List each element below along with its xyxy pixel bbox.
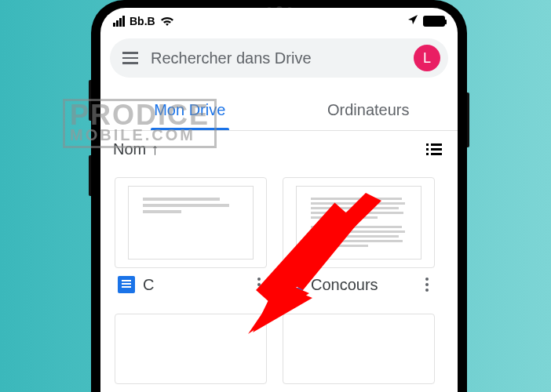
sort-row: Nom ↑ xyxy=(100,131,458,165)
file-thumbnail xyxy=(115,177,267,268)
phone-screen: Bb.B Rechercher dans Drive L Mon Drive O… xyxy=(100,8,458,392)
more-options-icon[interactable] xyxy=(422,274,432,295)
search-bar[interactable]: Rechercher dans Drive L xyxy=(110,38,448,78)
file-thumbnail xyxy=(283,177,435,268)
file-item-placeholder xyxy=(283,314,435,384)
more-options-icon[interactable] xyxy=(254,274,264,295)
sort-direction-icon: ↑ xyxy=(151,140,159,158)
file-name: C xyxy=(143,276,246,294)
wifi-icon xyxy=(160,16,174,27)
file-item-placeholder xyxy=(115,314,267,384)
phone-frame: Bb.B Rechercher dans Drive L Mon Drive O… xyxy=(91,0,467,392)
file-grid: C xyxy=(100,165,458,384)
avatar[interactable]: L xyxy=(414,45,440,71)
battery-icon xyxy=(423,16,445,27)
tab-computers[interactable]: Ordinateurs xyxy=(279,92,458,130)
file-item[interactable]: Concours xyxy=(283,177,435,298)
tab-my-drive[interactable]: Mon Drive xyxy=(100,92,279,130)
phone-side-button xyxy=(89,80,91,121)
sort-field: Nom xyxy=(113,140,146,158)
hamburger-icon[interactable] xyxy=(119,49,141,67)
status-bar: Bb.B xyxy=(100,8,458,31)
signal-icon xyxy=(113,16,125,27)
tabs: Mon Drive Ordinateurs xyxy=(100,92,458,131)
file-name: Concours xyxy=(311,276,414,294)
view-toggle-icon[interactable] xyxy=(423,140,445,158)
phone-power-button xyxy=(467,93,469,147)
docs-icon xyxy=(118,276,135,293)
file-item[interactable]: C xyxy=(115,177,267,298)
docs-icon xyxy=(286,276,303,293)
location-icon xyxy=(407,14,418,27)
sort-button[interactable]: Nom ↑ xyxy=(113,140,159,158)
phone-side-button xyxy=(89,155,91,196)
carrier-label: Bb.B xyxy=(130,15,155,27)
search-input[interactable]: Rechercher dans Drive xyxy=(151,49,404,67)
